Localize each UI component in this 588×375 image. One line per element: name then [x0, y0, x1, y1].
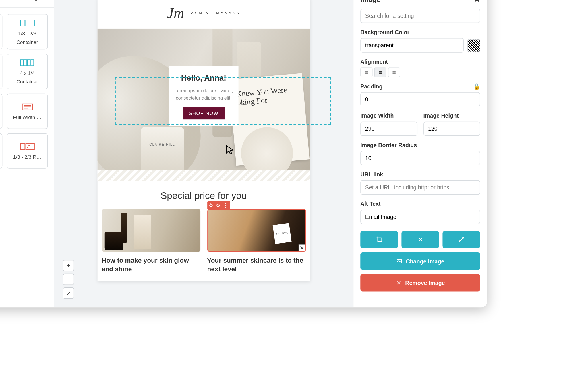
card-title: Your summer skincare is to the next leve…: [207, 256, 305, 273]
email-preview: Jm JASMINE MANAKA Knew You Were oking Fo…: [97, 0, 310, 281]
close-panel-button[interactable]: ✕: [474, 0, 480, 5]
more-icon[interactable]: ⋮: [223, 202, 228, 208]
svg-rect-5: [20, 20, 25, 26]
special-heading: Special price for you: [97, 181, 310, 209]
height-input[interactable]: [423, 122, 480, 136]
product-label: TAHNYC: [272, 223, 291, 244]
layout-card-7[interactable]: 1/3 - 2/3 C…: [0, 94, 2, 129]
alt-input[interactable]: [360, 210, 480, 224]
left-panel: Drafts saved a few seconds ago ⇤ Layouts…: [0, 0, 54, 307]
magazine-text: Knew You Were oking For: [236, 84, 304, 107]
resize-handle[interactable]: ⇲: [298, 244, 305, 251]
editor-body: Drafts saved a few seconds ago ⇤ Layouts…: [0, 0, 487, 307]
svg-rect-15: [31, 60, 34, 66]
layout-card-10[interactable]: Full Width …: [0, 133, 2, 168]
layout-card-5[interactable]: 4 x 1/4Container: [7, 54, 48, 89]
align-center-button[interactable]: ≡: [374, 67, 386, 77]
url-label: URL link: [360, 171, 480, 178]
bg-color-input[interactable]: [360, 38, 464, 53]
resize-icon: [417, 236, 424, 243]
zoom-in-button[interactable]: +: [63, 260, 74, 271]
svg-rect-6: [26, 20, 34, 26]
svg-rect-12: [20, 60, 23, 66]
change-image-label: Change Image: [406, 258, 444, 265]
properties-panel: Image ✕ Background Color Alignment ≡ ≡ ≡…: [353, 0, 487, 307]
layout-card-2[interactable]: 1/3 - 2/3Container: [7, 14, 48, 49]
shop-now-button[interactable]: SHOP NOW: [183, 107, 225, 119]
layout-card-1[interactable]: Half WidthContainer: [0, 14, 2, 49]
panel-title: Image: [360, 0, 380, 4]
selected-image[interactable]: TAHNYC ⇲: [207, 209, 305, 252]
hero-section[interactable]: Knew You Were oking For Hello, Anna! Lor…: [97, 29, 310, 170]
align-left-button[interactable]: ≡: [360, 67, 372, 77]
search-input[interactable]: [360, 9, 480, 23]
change-image-button[interactable]: Change Image: [360, 252, 480, 270]
brand-header: Jm JASMINE MANAKA: [97, 0, 310, 29]
svg-rect-14: [27, 60, 30, 66]
tab-settings[interactable]: Settings: [6, 0, 54, 7]
brand-logo: Jm: [167, 5, 184, 21]
alignment-label: Alignment: [360, 59, 480, 65]
layout-grid: Full WidthContainerHalf WidthContainer1/…: [0, 8, 54, 175]
editor-window: Template Library Comments Preview Code: [0, 0, 487, 307]
padding-input[interactable]: [360, 92, 480, 106]
product-cards-row: How to make your skin glow and shine ✥ ⚙…: [97, 209, 310, 281]
card-image: [102, 209, 200, 252]
remove-image-label: Remove Image: [405, 279, 445, 286]
alignment-buttons: ≡ ≡ ≡: [360, 67, 480, 77]
product-card-1[interactable]: How to make your skin glow and shine: [102, 209, 200, 273]
radius-input[interactable]: [360, 151, 480, 165]
align-right-button[interactable]: ≡: [388, 67, 400, 77]
hero-card: Hello, Anna! Lorem ipsum dolor sit amet,…: [169, 66, 238, 126]
hero-body: Lorem ipsum dolor sit amet, consectetur …: [174, 87, 233, 101]
svg-rect-23: [20, 143, 25, 149]
gear-icon[interactable]: ⚙: [216, 202, 221, 208]
move-icon[interactable]: ✥: [209, 202, 213, 208]
tab-items[interactable]: Items: [0, 0, 6, 7]
bg-color-label: Background Color: [360, 29, 480, 36]
crop-icon: [376, 236, 383, 243]
image-icon: [396, 258, 402, 264]
cursor-arrow-icon: [225, 145, 236, 157]
resize-button[interactable]: [401, 231, 439, 248]
hero-title: Hello, Anna!: [174, 74, 233, 83]
url-input[interactable]: [360, 180, 480, 195]
layout-card-4[interactable]: 3 x 1/3Container: [0, 54, 2, 89]
layout-card-11[interactable]: 1/3 - 2/3 R…: [7, 133, 48, 168]
padding-label: Padding: [360, 83, 382, 90]
layout-card-8[interactable]: Full Width …: [7, 94, 48, 129]
lock-icon[interactable]: 🔒: [473, 83, 480, 90]
zoom-controls: + – ⤢: [63, 260, 74, 299]
alt-label: Alt Text: [360, 201, 480, 207]
height-label: Image Height: [423, 112, 480, 119]
bg-color-swatch[interactable]: [467, 39, 480, 52]
expand-button[interactable]: [442, 231, 480, 248]
brand-name: JASMINE MANAKA: [188, 11, 240, 15]
stripe-divider: [97, 170, 310, 181]
zoom-fit-button[interactable]: ⤢: [63, 287, 74, 299]
radius-label: Image Border Radius: [360, 142, 480, 148]
width-input[interactable]: [360, 122, 417, 136]
expand-icon: [458, 236, 465, 243]
crop-button[interactable]: [360, 231, 398, 248]
width-label: Image Width: [360, 112, 417, 119]
zoom-out-button[interactable]: –: [63, 274, 74, 285]
x-icon: [396, 280, 402, 286]
selection-toolbar: ✥ ⚙ ⋮: [207, 201, 230, 209]
card-title: How to make your skin glow and shine: [102, 256, 200, 273]
svg-rect-13: [24, 60, 27, 66]
left-tabs: Layouts Items Settings: [0, 0, 54, 8]
canvas[interactable]: Jm JASMINE MANAKA Knew You Were oking Fo…: [54, 0, 353, 307]
remove-image-button[interactable]: Remove Image: [360, 274, 480, 291]
svg-rect-24: [26, 143, 34, 149]
product-card-2-selected[interactable]: ✥ ⚙ ⋮ TAHNYC ⇲ Your summer skincare is t…: [207, 209, 305, 273]
